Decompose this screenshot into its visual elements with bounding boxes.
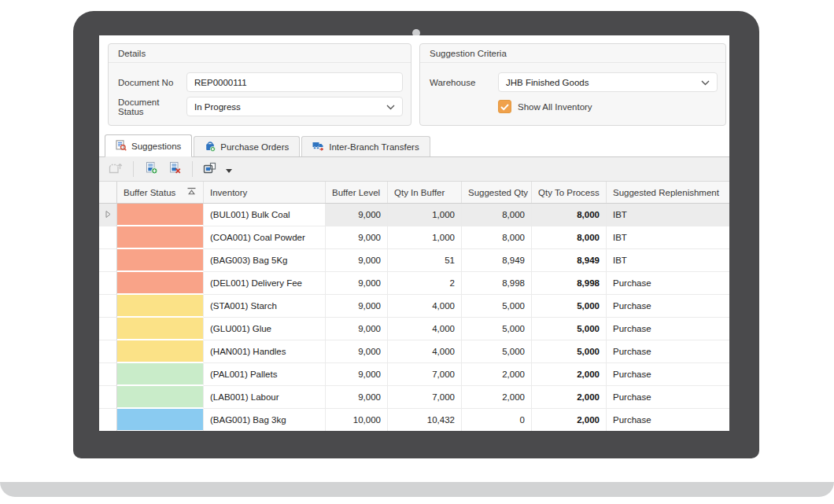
table-row[interactable]: (GLU001) Glue9,0004,0005,0005,000Purchas…	[99, 318, 729, 340]
table-row[interactable]: (DEL001) Delivery Fee9,00028,9988,998Pur…	[99, 272, 729, 295]
buffer-level-cell: 9,000	[326, 226, 388, 248]
tab-label: Purchase Orders	[220, 142, 289, 152]
row-indicator-cell	[99, 386, 117, 408]
row-indicator-cell	[99, 363, 117, 385]
tab-suggestions[interactable]: Suggestions	[105, 134, 192, 157]
document-status-select[interactable]: In Progress	[186, 97, 403, 116]
header-panels: Details Document No REP0000111 Document …	[99, 35, 729, 126]
buffer-status-cell	[117, 409, 204, 431]
grid-toolbar	[99, 157, 729, 182]
row-indicator-cell	[99, 272, 117, 294]
add-row-icon	[145, 161, 158, 177]
tab-inter-branch-transfers[interactable]: Inter-Branch Transfers	[301, 136, 430, 156]
replenishment-cell: IBT	[607, 204, 729, 226]
replenishment-cell: Purchase	[607, 272, 729, 294]
process-button[interactable]	[105, 160, 126, 178]
process-commit-icon	[109, 162, 123, 177]
column-header-qty-in-buffer[interactable]: Qty In Buffer	[388, 182, 462, 203]
replenishment-cell: Purchase	[607, 318, 729, 340]
buffer-level-cell: 9,000	[326, 386, 388, 408]
buffer-status-cell	[117, 340, 204, 363]
laptop-base	[0, 482, 834, 497]
app-screen: Details Document No REP0000111 Document …	[99, 35, 729, 431]
grid-header-row: Buffer Status Inventory Buffer Level Qty…	[99, 182, 729, 204]
purchase-orders-bag-icon	[205, 141, 216, 153]
qty-to-process-cell: 5,000	[532, 340, 607, 362]
table-row[interactable]: (PAL001) Pallets9,0007,0002,0002,000Purc…	[99, 363, 729, 386]
caret-down-icon	[226, 164, 232, 175]
document-no-input[interactable]: REP0000111	[186, 72, 403, 92]
qty-in-buffer-cell: 1,000	[388, 226, 462, 248]
qty-to-process-cell: 8,000	[532, 226, 607, 248]
add-row-button[interactable]	[141, 160, 161, 178]
delete-row-button[interactable]	[164, 160, 185, 178]
inventory-cell: (COA001) Coal Powder	[204, 226, 326, 248]
show-all-inventory-checkbox[interactable]	[498, 100, 511, 113]
export-dropdown-caret[interactable]	[223, 160, 234, 178]
document-status-label: Document Status	[118, 97, 186, 116]
column-header-buffer-level[interactable]: Buffer Level	[326, 182, 388, 203]
row-indicator-cell	[99, 318, 117, 340]
export-layout-icon	[203, 162, 217, 177]
qty-in-buffer-cell: 1,000	[388, 204, 462, 226]
column-header-qty-to-process[interactable]: Qty To Process	[532, 182, 607, 203]
inventory-cell: (STA001) Starch	[204, 295, 326, 317]
qty-in-buffer-cell: 51	[388, 249, 462, 271]
qty-in-buffer-cell: 10,432	[388, 409, 462, 431]
details-panel-title: Details	[109, 44, 411, 63]
laptop-mockup: Details Document No REP0000111 Document …	[0, 0, 834, 504]
column-header-suggested-replenishment[interactable]: Suggested Replenishment	[607, 182, 729, 203]
buffer-level-cell: 9,000	[326, 249, 388, 271]
qty-to-process-cell: 8,000	[532, 204, 607, 226]
table-row[interactable]: (BAG003) Bag 5Kg9,000518,9498,949IBT	[99, 249, 729, 272]
suggested-qty-cell: 2,000	[462, 386, 532, 408]
suggestions-search-icon	[116, 140, 127, 153]
buffer-status-cell	[117, 249, 204, 272]
buffer-level-cell: 9,000	[326, 318, 388, 340]
warehouse-value: JHB Finished Goods	[506, 78, 589, 87]
warehouse-select[interactable]: JHB Finished Goods	[498, 72, 718, 92]
buffer-status-cell	[117, 226, 204, 249]
inventory-cell: (DEL001) Delivery Fee	[204, 272, 326, 294]
column-header-buffer-status[interactable]: Buffer Status	[117, 182, 204, 203]
qty-to-process-cell: 5,000	[532, 318, 607, 340]
buffer-level-cell: 9,000	[326, 340, 388, 362]
export-button[interactable]	[200, 160, 220, 178]
replenishment-cell: IBT	[607, 249, 729, 271]
qty-to-process-cell: 2,000	[532, 363, 607, 385]
tab-bar: Suggestions Purchase Orders Inter-Branch…	[99, 126, 729, 157]
buffer-status-cell	[117, 272, 204, 295]
table-row[interactable]: (STA001) Starch9,0004,0005,0005,000Purch…	[99, 295, 729, 318]
replenishment-cell: IBT	[607, 226, 729, 248]
row-indicator-cell	[99, 295, 117, 317]
inventory-cell: (BUL001) Bulk Coal	[204, 204, 326, 226]
table-row[interactable]: (BAG001) Bag 3kg10,00010,43202,000Purcha…	[99, 409, 729, 431]
suggestion-criteria-panel: Suggestion Criteria Warehouse JHB Finish…	[419, 43, 726, 126]
tab-label: Suggestions	[131, 142, 181, 151]
column-header-inventory[interactable]: Inventory	[204, 182, 326, 203]
qty-in-buffer-cell: 4,000	[388, 340, 462, 362]
table-row[interactable]: (COA001) Coal Powder9,0001,0008,0008,000…	[99, 226, 729, 249]
document-status-value: In Progress	[194, 102, 241, 112]
qty-in-buffer-cell: 7,000	[388, 386, 462, 408]
column-header-suggested-qty[interactable]: Suggested Qty	[462, 182, 532, 203]
suggested-qty-cell: 5,000	[462, 295, 532, 317]
details-panel: Details Document No REP0000111 Document …	[108, 43, 411, 126]
inventory-cell: (PAL001) Pallets	[204, 363, 326, 385]
inventory-cell: (GLU001) Glue	[204, 318, 326, 340]
tab-purchase-orders[interactable]: Purchase Orders	[194, 136, 300, 156]
suggestions-grid: Buffer Status Inventory Buffer Level Qty…	[99, 182, 729, 431]
show-all-inventory-label: Show All Inventory	[518, 102, 592, 112]
row-indicator-cell	[99, 249, 117, 271]
table-row[interactable]: (BUL001) Bulk Coal9,0001,0008,0008,000IB…	[99, 204, 729, 226]
qty-to-process-cell: 2,000	[532, 386, 607, 408]
buffer-status-cell	[117, 386, 204, 409]
replenishment-cell: Purchase	[607, 363, 729, 385]
table-row[interactable]: (HAN001) Handles9,0004,0005,0005,000Purc…	[99, 340, 729, 363]
qty-to-process-cell: 8,998	[532, 272, 607, 294]
buffer-level-cell: 9,000	[326, 272, 388, 294]
qty-in-buffer-cell: 4,000	[388, 295, 462, 317]
qty-to-process-cell: 2,000	[532, 409, 607, 431]
table-row[interactable]: (LAB001) Labour9,0007,0002,0002,000Purch…	[99, 386, 729, 409]
column-header-label: Buffer Status	[124, 188, 175, 197]
